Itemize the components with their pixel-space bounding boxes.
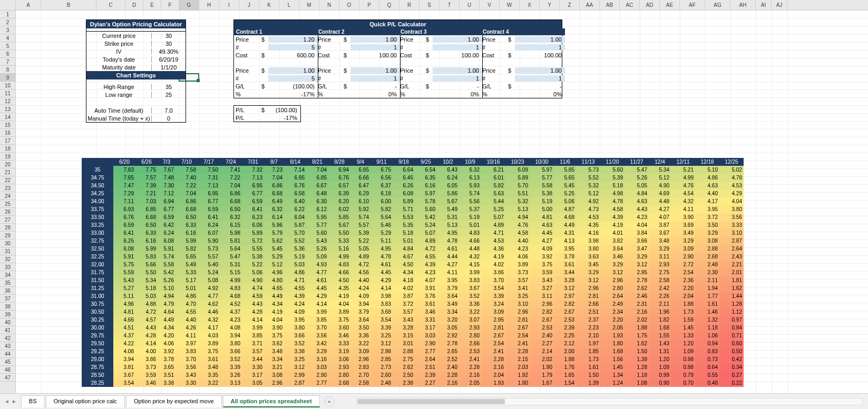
heat-cell[interactable]: 4.55 [284, 284, 306, 292]
heat-cell[interactable]: 1.62 [719, 284, 744, 292]
heat-cell[interactable]: 2.64 [719, 245, 744, 253]
heat-cell[interactable]: 2.39 [554, 324, 576, 332]
heat-cell[interactable]: 3.22 [350, 340, 370, 347]
heat-cell[interactable]: 6.85 [350, 166, 370, 174]
heat-cell[interactable]: 4.13 [554, 237, 576, 245]
heat-cell[interactable]: 4.86 [175, 292, 198, 300]
heat-cell[interactable]: 5.95 [306, 213, 328, 221]
heat-cell[interactable]: 2.97 [554, 292, 576, 300]
row-header-37[interactable]: 37 [0, 295, 15, 303]
heat-cell[interactable]: 3.09 [350, 347, 370, 355]
row-header-20[interactable]: 20 [0, 161, 15, 168]
heat-cell[interactable]: 0.27 [719, 371, 744, 379]
heat-cell[interactable]: 1.73 [576, 355, 600, 363]
heat-cell[interactable]: 2.05 [459, 379, 481, 387]
heat-cell[interactable]: 4.19 [328, 292, 350, 300]
heat-cell[interactable]: 2.77 [415, 347, 437, 355]
heat-cell[interactable]: 4.11 [671, 205, 695, 213]
heat-cell[interactable]: 2.16 [481, 363, 505, 371]
heat-cell[interactable]: 3.86 [481, 268, 505, 276]
heat-cell[interactable]: 4.23 [505, 245, 530, 253]
heat-cell[interactable]: 5.07 [481, 213, 505, 221]
heat-cell[interactable]: 6.41 [242, 205, 264, 213]
heat-cell[interactable]: 5.25 [554, 189, 576, 197]
heat-cell[interactable]: 5.12 [264, 261, 284, 268]
heat-cell[interactable]: 4.55 [415, 253, 437, 261]
row-header-42[interactable]: 42 [0, 334, 15, 342]
heat-cell[interactable]: 6.95 [242, 182, 264, 189]
heat-cell[interactable]: 5.91 [158, 245, 175, 253]
col-header-D[interactable]: D [125, 0, 143, 10]
heat-cell[interactable]: 2.37 [576, 316, 600, 324]
heat-cell[interactable]: 3.70 [175, 355, 198, 363]
heat-cell[interactable]: 5.33 [175, 268, 198, 276]
heat-cell[interactable]: 2.96 [576, 284, 600, 292]
heat-cell[interactable]: 3.92 [530, 253, 554, 261]
heat-cell[interactable]: 0.55 [695, 371, 719, 379]
heat-cell[interactable]: 3.03 [306, 363, 328, 371]
heat-cell[interactable]: 3.35 [198, 371, 220, 379]
heat-cell[interactable]: 3.52 [459, 292, 481, 300]
heat-cell[interactable]: 3.67 [649, 229, 671, 237]
heat-cell[interactable]: 4.51 [113, 324, 135, 332]
heat-cell[interactable]: 3.12 [600, 268, 625, 276]
heat-cell[interactable]: 3.59 [530, 268, 554, 276]
heat-cell[interactable]: 3.92 [158, 347, 175, 355]
col-header-AA[interactable]: AA [580, 0, 600, 10]
heat-cell[interactable]: 6.35 [415, 174, 437, 182]
heat-cell[interactable]: 5.67 [437, 197, 459, 205]
heat-cell[interactable]: 2.81 [576, 292, 600, 300]
heat-cell[interactable]: 6.22 [284, 205, 306, 213]
col-header-O[interactable]: O [339, 0, 359, 10]
heat-cell[interactable]: 5.83 [135, 253, 158, 261]
heat-cell[interactable]: 3.09 [481, 308, 505, 316]
heat-cell[interactable]: 2.77 [306, 379, 328, 387]
heat-cell[interactable]: 1.68 [600, 347, 625, 355]
heat-cell[interactable]: 4.53 [719, 182, 744, 189]
heat-cell[interactable]: 2.82 [530, 308, 554, 316]
heat-cell[interactable]: 3.95 [554, 245, 576, 253]
heat-cell[interactable]: 4.90 [242, 276, 264, 284]
heat-cell[interactable]: 4.94 [505, 213, 530, 221]
heat-cell[interactable]: 3.62 [264, 340, 284, 347]
col-header-P[interactable]: P [359, 0, 379, 10]
heat-cell[interactable]: 2.16 [625, 308, 649, 316]
heat-cell[interactable]: 3.54 [370, 316, 393, 324]
heat-cell[interactable]: 6.12 [306, 205, 328, 213]
heat-cell[interactable]: 1.45 [600, 363, 625, 371]
row-header-7[interactable]: 7 [0, 58, 15, 66]
heat-cell[interactable]: 0.64 [695, 363, 719, 371]
heat-cell[interactable]: 3.08 [695, 237, 719, 245]
heat-cell[interactable]: 6.93 [113, 205, 135, 213]
heat-cell[interactable]: 2.26 [649, 292, 671, 300]
heat-cell[interactable]: 5.35 [393, 221, 415, 229]
heat-cell[interactable]: 0.79 [671, 371, 695, 379]
col-header-C[interactable]: C [96, 0, 125, 10]
heat-cell[interactable]: 2.90 [415, 340, 437, 347]
heat-cell[interactable]: 2.00 [554, 347, 576, 355]
heat-cell[interactable]: 3.61 [554, 261, 576, 268]
heat-cell[interactable]: 7.03 [135, 197, 158, 205]
heat-cell[interactable]: 4.07 [415, 276, 437, 284]
heat-cell[interactable]: 5.70 [284, 229, 306, 237]
heat-cell[interactable]: 4.78 [437, 237, 459, 245]
heat-cell[interactable]: 4.86 [695, 174, 719, 182]
heat-cell[interactable]: 3.99 [459, 268, 481, 276]
heat-cell[interactable]: 2.53 [530, 324, 554, 332]
heat-cell[interactable]: 6.42 [158, 221, 175, 229]
heat-cell[interactable]: 4.77 [306, 268, 328, 276]
heat-cell[interactable]: 5.19 [530, 197, 554, 205]
heat-cell[interactable]: 1.80 [600, 340, 625, 347]
col-header-L[interactable]: L [279, 0, 299, 10]
heat-cell[interactable]: 4.77 [198, 292, 220, 300]
heat-cell[interactable]: 4.50 [393, 261, 415, 268]
heat-cell[interactable]: 1.76 [554, 363, 576, 371]
heat-cell[interactable]: 0.94 [695, 340, 719, 347]
heat-cell[interactable]: 5.91 [113, 253, 135, 261]
heat-cell[interactable]: 4.28 [135, 332, 158, 340]
heat-cell[interactable]: 3.89 [505, 261, 530, 268]
heat-cell[interactable]: 4.68 [554, 213, 576, 221]
heat-cell[interactable]: 2.12 [554, 340, 576, 347]
heat-cell[interactable]: 2.67 [554, 308, 576, 316]
heat-cell[interactable]: 5.52 [576, 174, 600, 182]
